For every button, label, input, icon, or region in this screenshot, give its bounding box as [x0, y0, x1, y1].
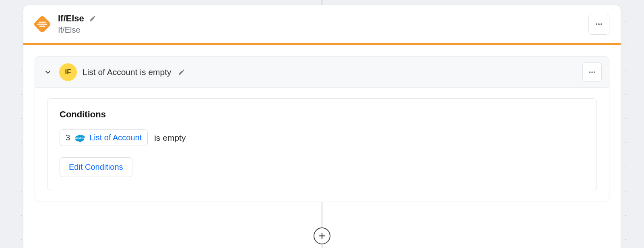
conditions-heading: Conditions: [60, 109, 584, 120]
edit-conditions-button[interactable]: Edit Conditions: [60, 157, 132, 177]
condition-reference-pill[interactable]: 3 salesforce List of Account: [60, 129, 148, 146]
condition-row: 3 salesforce List of Account is empty: [60, 129, 584, 146]
svg-point-7: [589, 72, 591, 73]
svg-point-9: [594, 72, 595, 73]
if-chip: IF: [59, 63, 77, 81]
condition-operator: is empty: [154, 133, 186, 143]
card-more-button[interactable]: [588, 14, 609, 35]
plus-icon: [318, 231, 326, 240]
svg-point-6: [601, 23, 602, 25]
if-else-card: If/Else If/Else: [23, 5, 621, 248]
branch-body: Conditions 3 salesforce List of Account: [35, 88, 609, 202]
svg-text:salesforce: salesforce: [75, 137, 85, 139]
svg-point-4: [596, 23, 597, 25]
reference-label: List of Account: [89, 133, 142, 142]
branch-header: IF List of Account is empty: [35, 57, 609, 88]
card-titles: If/Else If/Else: [58, 13, 97, 35]
more-horizontal-icon: [588, 68, 597, 77]
card-subtitle: If/Else: [58, 25, 97, 35]
collapse-branch-button[interactable]: [42, 67, 54, 78]
chevron-down-icon: [44, 68, 52, 76]
branch-title: List of Account is empty: [83, 67, 171, 77]
add-step-button[interactable]: [314, 227, 330, 244]
conditions-box: Conditions 3 salesforce List of Account: [47, 98, 597, 190]
card-body: IF List of Account is empty: [23, 45, 621, 202]
card-header: If/Else If/Else: [23, 5, 621, 43]
reference-step-number: 3: [66, 133, 70, 142]
pencil-icon: [89, 15, 96, 22]
svg-point-8: [591, 72, 593, 73]
edit-title-button[interactable]: [88, 14, 97, 23]
more-horizontal-icon: [594, 19, 604, 29]
salesforce-icon: salesforce: [74, 134, 85, 142]
pencil-icon: [178, 69, 185, 76]
if-else-node-icon: [33, 15, 52, 33]
svg-point-5: [598, 23, 600, 25]
branch-more-button[interactable]: [582, 63, 602, 82]
connector-line-top: [322, 0, 322, 6]
card-title: If/Else: [58, 13, 84, 24]
if-branch: IF List of Account is empty: [35, 56, 609, 202]
edit-branch-title-button[interactable]: [177, 68, 186, 77]
